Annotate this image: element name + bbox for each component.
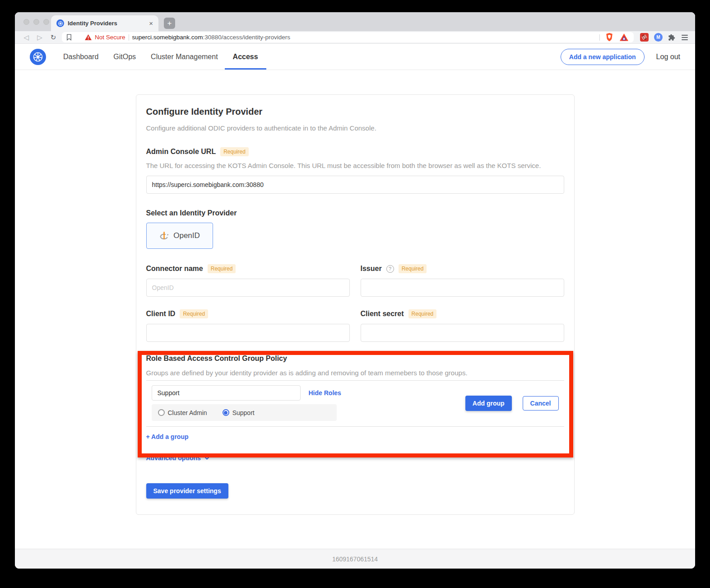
required-badge: Required (180, 309, 208, 318)
admin-console-url-input[interactable] (146, 176, 564, 194)
rbac-divider-bottom (146, 426, 564, 427)
role-radio-cluster-admin[interactable]: Cluster Admin (158, 409, 207, 416)
openid-provider-tile[interactable]: OpenID (146, 223, 213, 249)
openid-logo-icon (159, 231, 169, 241)
forward-icon[interactable]: ▷ (33, 34, 46, 41)
role-label: Support (232, 409, 255, 416)
group-name-input[interactable] (152, 385, 301, 401)
connector-name-input[interactable] (146, 279, 350, 297)
save-provider-settings-button[interactable]: Save provider settings (146, 483, 228, 499)
roles-box: Cluster Admin Support (152, 404, 337, 421)
brave-shield-icon[interactable] (606, 33, 613, 42)
not-secure-label[interactable]: Not Secure (95, 34, 125, 41)
connector-name-label: Connector name (146, 265, 203, 273)
hide-roles-link[interactable]: Hide Roles (309, 389, 341, 397)
page-subtitle: Configure additional ODIC providers to a… (146, 124, 564, 132)
required-badge: Required (220, 147, 249, 156)
client-secret-input[interactable] (361, 324, 564, 342)
rbac-section-description: Groups are defined by your identity prov… (146, 369, 564, 377)
address-bar[interactable]: Not Secure superci.somebigbank.com:30880… (62, 32, 634, 42)
role-radio-support[interactable]: Support (223, 409, 255, 416)
profile-avatar[interactable]: M (654, 33, 663, 42)
radio-unselected-icon[interactable] (158, 409, 165, 416)
advanced-options-label: Advanced options (146, 454, 201, 462)
configure-identity-provider-card: Configure Identity Provider Configure ad… (136, 94, 575, 515)
kubernetes-logo-icon (30, 49, 46, 65)
client-id-label: Client ID (146, 310, 176, 318)
tab-strip: Identity Providers × + (15, 12, 695, 31)
required-badge: Required (399, 264, 427, 273)
page-title: Configure Identity Provider (146, 107, 564, 117)
close-tab-icon[interactable]: × (149, 20, 153, 27)
tab-title: Identity Providers (68, 20, 145, 27)
kubernetes-favicon-icon (56, 19, 64, 27)
maximize-window-button[interactable] (43, 19, 49, 25)
bat-rewards-icon[interactable] (620, 33, 628, 41)
nav-item-access[interactable]: Access (233, 44, 258, 70)
omnibox-divider (129, 34, 129, 41)
new-tab-button[interactable]: + (164, 18, 175, 29)
footer-timestamp: 1609167061514 (332, 555, 378, 563)
issuer-input[interactable] (361, 279, 564, 297)
role-label: Cluster Admin (168, 409, 207, 416)
minimize-window-button[interactable] (33, 19, 39, 25)
nav-item-cluster-management[interactable]: Cluster Management (151, 44, 218, 70)
browser-window: Identity Providers × + ◁ ▷ ↻ Not Secure … (15, 12, 695, 569)
app-nav-header: Dashboard GitOps Cluster Management Acce… (15, 44, 695, 70)
url-host: superci.somebigbank.com (132, 34, 203, 41)
issuer-label: Issuer (361, 265, 382, 273)
browser-menu-icon[interactable] (682, 35, 688, 40)
cancel-button[interactable]: Cancel (523, 396, 559, 411)
browser-toolbar: ◁ ▷ ↻ Not Secure superci.somebigbank.com… (15, 31, 695, 44)
radio-selected-icon[interactable] (223, 409, 229, 416)
reload-icon[interactable]: ↻ (46, 34, 60, 41)
extensions-puzzle-icon[interactable] (668, 34, 675, 41)
close-window-button[interactable] (23, 19, 29, 25)
logout-link[interactable]: Log out (656, 53, 680, 61)
required-badge: Required (408, 309, 437, 318)
advanced-options-toggle[interactable]: Advanced options (146, 454, 564, 462)
rbac-section-title: Role Based Access Control Group Policy (146, 355, 564, 363)
nav-item-gitops[interactable]: GitOps (113, 44, 136, 70)
bookmark-icon[interactable] (66, 34, 72, 41)
add-new-application-button[interactable]: Add a new application (561, 49, 645, 65)
openid-provider-name: OpenID (173, 231, 200, 240)
nav-item-dashboard[interactable]: Dashboard (63, 44, 98, 70)
client-secret-label: Client secret (361, 310, 404, 318)
browser-tab[interactable]: Identity Providers × (51, 15, 158, 31)
select-identity-provider-label: Select an Identity Provider (146, 209, 237, 217)
chevron-down-icon (204, 456, 210, 460)
page-url: superci.somebigbank.com:30880/access/ide… (132, 34, 290, 41)
nav-links: Dashboard GitOps Cluster Management Acce… (63, 44, 258, 70)
footer-bar: 1609167061514 (15, 549, 695, 569)
admin-console-url-label: Admin Console URL (146, 148, 216, 156)
url-path: :30880/access/identity-providers (203, 34, 290, 41)
warning-triangle-icon (85, 34, 92, 40)
client-id-input[interactable] (146, 324, 350, 342)
group-editor-row: Hide Roles Cluster Admin Support (146, 381, 564, 426)
admin-console-url-help: The URL for accessing the KOTS Admin Con… (146, 162, 564, 169)
back-icon[interactable]: ◁ (19, 34, 33, 41)
window-controls (23, 19, 49, 25)
issuer-help-icon[interactable]: ? (386, 265, 394, 273)
main-content: Configure Identity Provider Configure ad… (15, 70, 695, 549)
extension-icon[interactable] (640, 33, 649, 42)
omnibox-divider (599, 34, 600, 41)
add-group-button[interactable]: Add group (465, 396, 512, 411)
required-badge: Required (208, 264, 236, 273)
add-a-group-link[interactable]: + Add a group (146, 433, 189, 440)
